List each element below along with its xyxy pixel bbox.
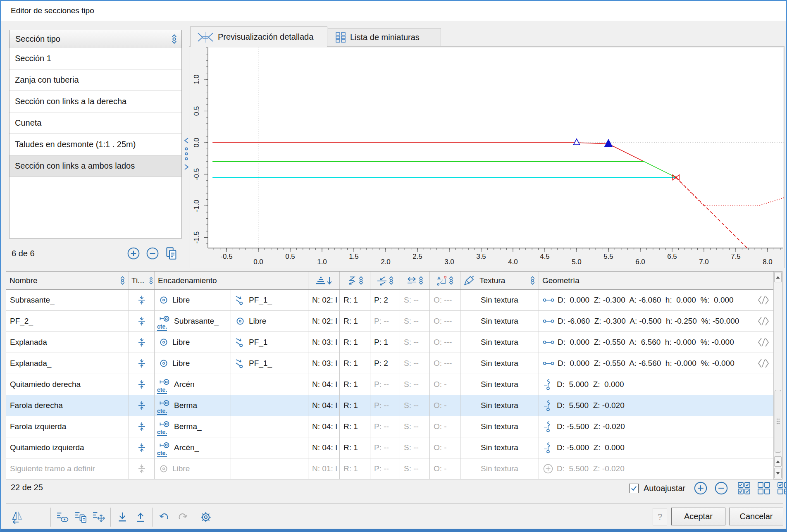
svg-text:0.0: 0.0 [253, 258, 263, 266]
p-value: P: -- [370, 416, 400, 437]
section-preview-chart[interactable]: -0.50.00.51.01.52.02.53.03.54.04.55.05.5… [189, 47, 784, 268]
zoom-out-button[interactable] [713, 480, 729, 496]
r-value: R: 1 [340, 458, 370, 479]
column-header-textura[interactable]: Textura [460, 272, 539, 289]
column-header-geometria[interactable]: Geometría [539, 272, 773, 289]
zoom-in-button[interactable] [693, 480, 708, 496]
toolbar-separator [50, 508, 51, 527]
copy-links-button[interactable] [72, 508, 90, 527]
constant-link-icon [159, 315, 170, 324]
constant-link-icon [159, 441, 170, 451]
texture-value: Sin textura [460, 290, 539, 310]
table-row[interactable]: Subrasante_ Libre PF_1_ N: 02: I R: 1 P:… [6, 290, 773, 311]
column-header-pendiente[interactable] [370, 272, 400, 289]
geometry-values: D: 0.000 Z: -0.550 A: 6.560 h: -0.000 %:… [558, 338, 734, 347]
link-icon [543, 360, 554, 366]
tab-lista-miniaturas[interactable]: Lista de miniaturas [328, 28, 441, 46]
geometry-values: D: 0.000 Z: -0.550 A: -6.560 h: -0.000 %… [558, 359, 735, 368]
list-item[interactable]: Cuneta [10, 112, 181, 134]
select-none-links-button[interactable] [756, 481, 771, 496]
preview-links-button[interactable] [53, 508, 72, 527]
p-value: P: -- [370, 311, 400, 332]
layers-sort-icon [315, 275, 333, 286]
table-header-row: Nombre Ti... Encadenamiento [6, 272, 773, 290]
pf-link-icon [235, 358, 246, 369]
table-row[interactable]: PF_2_ cte.Subrasante_ Libre N: 02: I R: … [6, 311, 773, 332]
table-row[interactable]: Quitamiedo derecha cte.Arcén N: 04: I R:… [6, 374, 773, 395]
section-list-header[interactable]: Sección tipo [9, 30, 182, 48]
settings-button[interactable] [197, 508, 215, 527]
vertical-fit-icon [136, 463, 147, 474]
move-links-button[interactable] [90, 508, 108, 527]
n-value: N: 01: I [308, 458, 340, 479]
mirror-section-button[interactable] [8, 508, 26, 527]
table-row[interactable]: Quitamiedo izquierda cte.Arcén_ N: 04: I… [6, 437, 773, 458]
select-all-links-button[interactable] [737, 481, 751, 496]
tab-previsualizacion-detallada[interactable]: Previsualización detallada [190, 26, 327, 47]
o-value: O: - [430, 458, 460, 479]
column-header-offset[interactable] [430, 272, 460, 289]
autoajustar-checkbox[interactable] [629, 484, 639, 493]
remove-section-button[interactable] [145, 246, 160, 261]
table-row[interactable]: Farola izquierda cte.Berma_ N: 04: I R: … [6, 416, 773, 437]
row-name: PF_2_ [6, 311, 129, 332]
list-item[interactable]: Taludes en desmonte (1:1 . 25m) [10, 134, 181, 155]
o-value: O: - [430, 395, 460, 416]
column-header-superficie[interactable] [400, 272, 430, 289]
section-preview-icon [197, 31, 214, 43]
table-scrollbar[interactable] [773, 272, 782, 479]
o-value: O: --- [430, 353, 460, 374]
accept-button[interactable]: Aceptar [671, 508, 725, 525]
table-row-selected[interactable]: Farola derecha cte.Berma N: 04: I R: 1 P… [6, 395, 773, 416]
list-eye-icon [56, 511, 69, 523]
scroll-up-button[interactable] [774, 272, 782, 282]
list-item[interactable]: Sección con links a la derecha [10, 91, 181, 112]
undo-button[interactable] [155, 508, 173, 527]
vertical-object-icon [543, 441, 553, 454]
redo-button[interactable] [173, 508, 191, 527]
table-row[interactable]: Explanada Libre PF_1 N: 03: I R: 1 P: 1 … [6, 332, 773, 353]
export-button[interactable] [131, 508, 150, 527]
column-header-rasante[interactable] [340, 272, 370, 289]
table-row-pending[interactable]: Siguiente tramo a definir Libre N: 01: I… [6, 458, 773, 480]
svg-text:-1.0: -1.0 [193, 200, 200, 212]
list-item[interactable]: Zanja con tuberia [10, 69, 181, 91]
sort-icon [530, 275, 535, 286]
add-section-button[interactable] [126, 246, 141, 261]
svg-text:-0.5: -0.5 [193, 168, 200, 180]
o-value: O: - [430, 416, 460, 437]
column-header-nombre[interactable]: Nombre [6, 272, 129, 289]
vertical-fit-icon [136, 400, 147, 411]
import-button[interactable] [113, 508, 131, 527]
svg-text:4.5: 4.5 [540, 253, 550, 260]
z-arrow-icon [346, 275, 357, 286]
texture-value: Sin textura [460, 374, 539, 395]
column-header-encadenamiento[interactable]: Encadenamiento [155, 272, 308, 289]
svg-text:6.5: 6.5 [667, 253, 677, 260]
invert-link-selection-button[interactable] [776, 481, 787, 496]
cancel-button[interactable]: Cancelar [729, 508, 783, 525]
triangle-down-icon [776, 472, 780, 475]
sort-icon[interactable] [171, 33, 177, 45]
pf-link-icon [235, 337, 246, 348]
scrollbar-thumb[interactable] [775, 390, 781, 453]
thumbnails-grid-icon [335, 32, 346, 43]
sort-icon [358, 275, 364, 286]
gear-icon [200, 511, 212, 523]
scroll-up-button-2[interactable] [774, 456, 782, 467]
duplicate-section-button[interactable] [164, 246, 179, 261]
n-value: N: 04: I [308, 416, 340, 437]
row-name: Explanada_ [6, 353, 129, 374]
help-button[interactable]: ? [653, 508, 667, 525]
bottom-divider [6, 503, 783, 503]
scroll-down-button[interactable] [774, 468, 782, 478]
column-header-nivel[interactable] [308, 272, 340, 289]
list-item-selected[interactable]: Sección con links a ambos lados [10, 155, 181, 177]
svg-text:7.5: 7.5 [731, 253, 741, 260]
texture-value: Sin textura [460, 332, 539, 353]
download-icon [117, 511, 128, 523]
list-copy-icon [74, 511, 87, 524]
list-item[interactable]: Sección 1 [10, 48, 181, 69]
column-header-tipo[interactable]: Ti... [129, 272, 155, 289]
table-row[interactable]: Explanada_ Libre PF_1_ N: 03: I R: 1 P: … [6, 353, 773, 374]
